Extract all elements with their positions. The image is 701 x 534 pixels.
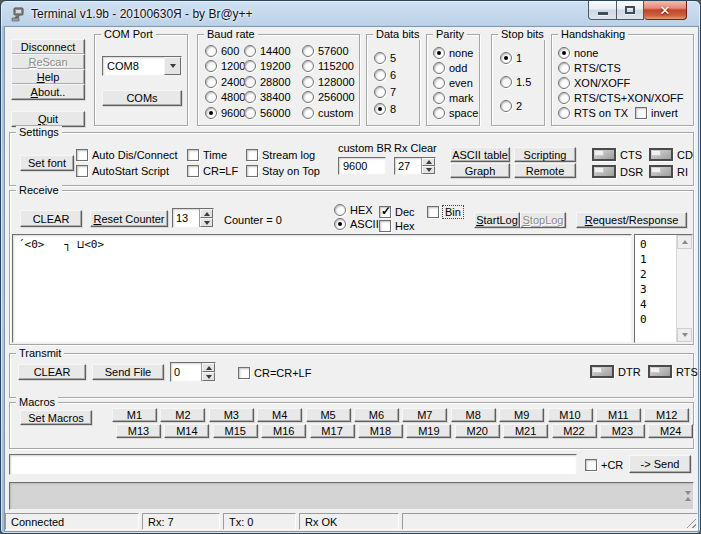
custom-br-input[interactable]: 9600 [338, 157, 386, 175]
stream-log-checkbox[interactable]: Stream log [246, 148, 315, 161]
macro-button[interactable]: M23 [600, 424, 645, 438]
crlf-checkbox[interactable]: CR=LF [187, 164, 238, 177]
baud-option[interactable]: 128000 [302, 75, 355, 88]
baud-option[interactable]: 600 [205, 44, 245, 57]
dec-checkbox[interactable]: Dec [379, 205, 415, 218]
receive-counter-list[interactable]: 0 1 2 3 4 0 [634, 234, 693, 343]
baud-option[interactable]: 115200 [302, 60, 355, 73]
auto-connect-checkbox[interactable]: Auto Dis/Connect [76, 148, 178, 161]
macro-button[interactable]: M13 [116, 424, 161, 438]
receive-count-up-button[interactable] [200, 209, 213, 218]
hex-checkbox[interactable]: Hex [379, 219, 415, 232]
send-button[interactable]: -> Send [629, 455, 691, 473]
parity-option[interactable]: even [433, 76, 478, 89]
macro-button[interactable]: M14 [164, 424, 209, 438]
receive-count-value[interactable]: 13 [173, 209, 199, 227]
baud-option[interactable]: 57600 [302, 44, 355, 57]
close-button[interactable]: ✕ [644, 1, 687, 20]
ascii-table-button[interactable]: ASCII table [450, 147, 510, 162]
baud-option-selected[interactable]: 9600 [205, 106, 245, 119]
baud-option[interactable]: 2400 [205, 75, 245, 88]
baud-option[interactable]: 256000 [302, 91, 355, 104]
macro-button[interactable]: M8 [451, 408, 496, 422]
baud-option[interactable]: 56000 [244, 106, 291, 119]
scroll-down-button[interactable] [677, 328, 692, 342]
set-macros-button[interactable]: Set Macros [20, 410, 92, 425]
send-file-button[interactable]: Send File [92, 364, 164, 380]
receive-clear-button[interactable]: CLEAR [20, 210, 82, 227]
parity-option[interactable]: mark [433, 91, 478, 104]
dtr-led[interactable] [590, 365, 614, 378]
macro-button[interactable]: M19 [406, 424, 451, 438]
handshaking-option[interactable]: XON/XOFF [558, 76, 689, 89]
rx-clear-value[interactable]: 27 [395, 158, 421, 174]
databits-option[interactable]: 6 [374, 68, 396, 81]
list-scrollbar[interactable] [676, 235, 692, 342]
start-log-button[interactable]: StartLog [474, 212, 520, 228]
com-port-combobox[interactable]: COM8 [102, 56, 182, 76]
transmit-count-up-button[interactable] [202, 363, 215, 372]
macro-button[interactable]: M4 [257, 408, 302, 422]
rx-clear-down-button[interactable] [422, 166, 435, 174]
reset-counter-button[interactable]: Reset Counter [90, 210, 168, 227]
receive-count-down-button[interactable] [200, 218, 213, 227]
transmit-count-value[interactable]: 0 [171, 363, 201, 381]
databits-option-selected[interactable]: 8 [374, 102, 396, 115]
macro-button[interactable]: M6 [354, 408, 399, 422]
autostart-script-checkbox[interactable]: AutoStart Script [76, 164, 169, 177]
remote-button[interactable]: Remote [514, 163, 576, 178]
time-checkbox[interactable]: Time [187, 148, 227, 161]
request-response-button[interactable]: Request/Response [576, 212, 687, 228]
rescan-button[interactable]: ReScan [11, 54, 85, 70]
stopbits-option[interactable]: 1.5 [500, 75, 531, 88]
macro-button[interactable]: M5 [306, 408, 351, 422]
receive-terminal[interactable]: ´<0> ┐ ⊔<0> [12, 234, 632, 343]
macro-button[interactable]: M20 [455, 424, 500, 438]
baud-option[interactable]: 38400 [244, 91, 291, 104]
parity-option[interactable]: odd [433, 61, 478, 74]
help-button[interactable]: Help [11, 69, 85, 85]
parity-option[interactable]: space [433, 106, 478, 119]
macro-button[interactable]: M9 [499, 408, 544, 422]
macro-button[interactable]: M12 [644, 408, 689, 422]
handshaking-option[interactable]: RTS/CTS+XON/XOFF [558, 91, 689, 104]
set-font-button[interactable]: Set font [20, 155, 74, 171]
macro-button[interactable]: M16 [261, 424, 306, 438]
databits-option[interactable]: 7 [374, 85, 396, 98]
handshaking-option[interactable]: RTS on TX invert [558, 106, 689, 119]
stay-on-top-checkbox[interactable]: Stay on Top [246, 164, 320, 177]
rx-clear-up-button[interactable] [422, 158, 435, 166]
parity-option-selected[interactable]: none [433, 46, 478, 59]
disconnect-button[interactable]: Disconnect [11, 39, 85, 55]
macro-button[interactable]: M18 [358, 424, 403, 438]
macro-button[interactable]: M7 [402, 408, 447, 422]
macro-button[interactable]: M22 [552, 424, 597, 438]
transmit-clear-button[interactable]: CLEAR [18, 364, 86, 380]
coms-button[interactable]: COMs [102, 90, 182, 106]
maximize-button[interactable] [617, 1, 644, 20]
baud-option[interactable]: 1200 [205, 60, 245, 73]
transmit-count-down-button[interactable] [202, 372, 215, 381]
databits-option[interactable]: 5 [374, 51, 396, 64]
invert-checkbox[interactable] [635, 107, 647, 119]
stopbits-option[interactable]: 2 [500, 99, 531, 112]
macro-button[interactable]: M21 [503, 424, 548, 438]
about-button[interactable]: About.. [11, 84, 85, 100]
app-icon[interactable] [10, 6, 26, 22]
macro-button[interactable]: M17 [310, 424, 355, 438]
scripting-button[interactable]: Scripting [514, 147, 576, 162]
cr-crlf-checkbox[interactable]: CR=CR+LF [238, 366, 311, 379]
quit-button[interactable]: Quit [11, 111, 85, 127]
handshaking-option-selected[interactable]: none [558, 46, 689, 59]
minimize-button[interactable] [588, 1, 617, 20]
baud-option[interactable]: custom [302, 106, 355, 119]
com-port-dropdown-button[interactable] [164, 57, 181, 75]
bin-checkbox[interactable]: Bin [427, 205, 463, 218]
stopbits-option-selected[interactable]: 1 [500, 51, 531, 64]
baud-option[interactable]: 14400 [244, 44, 291, 57]
send-input[interactable] [9, 454, 577, 475]
macro-button[interactable]: M24 [648, 424, 693, 438]
rts-led[interactable] [648, 365, 672, 378]
baud-option[interactable]: 28800 [244, 75, 291, 88]
scroll-up-button[interactable] [677, 235, 692, 249]
